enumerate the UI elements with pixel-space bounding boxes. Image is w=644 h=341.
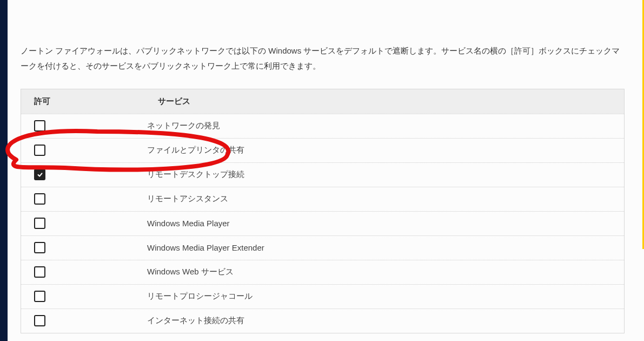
service-row: リモートデスクトップ接続 xyxy=(21,162,624,187)
allow-checkbox[interactable] xyxy=(34,120,45,132)
checkmark-icon xyxy=(37,172,43,178)
service-name: Windows Web サービス xyxy=(134,260,624,284)
allow-checkbox[interactable] xyxy=(34,266,45,278)
service-name: ファイルとプリンタの共有 xyxy=(134,139,624,162)
service-row: ネットワークの発見 xyxy=(21,114,624,138)
app-left-border xyxy=(0,0,8,341)
service-name: Windows Media Player xyxy=(134,212,624,235)
services-table: 許可 サービス ネットワークの発見 ファイルとプリンタの共有 xyxy=(21,89,625,333)
table-header-row: 許可 サービス xyxy=(21,89,624,114)
service-name: Windows Media Player Extender xyxy=(134,236,624,260)
service-row: Windows Media Player Extender xyxy=(21,235,624,260)
allow-checkbox[interactable] xyxy=(34,145,45,156)
service-row: Windows Media Player xyxy=(21,211,624,235)
service-name: ネットワークの発見 xyxy=(134,114,624,138)
allow-checkbox[interactable] xyxy=(34,315,45,326)
service-name: リモートアシスタンス xyxy=(134,187,624,211)
allow-checkbox[interactable] xyxy=(34,169,45,180)
service-row: ファイルとプリンタの共有 xyxy=(21,138,624,162)
allow-checkbox[interactable] xyxy=(34,193,45,205)
allow-checkbox[interactable] xyxy=(34,218,45,229)
service-name: インターネット接続の共有 xyxy=(134,309,624,333)
header-service: サービス xyxy=(145,89,624,114)
allow-checkbox[interactable] xyxy=(34,242,45,253)
allow-checkbox[interactable] xyxy=(34,291,45,302)
service-row: リモートプロシージャコール xyxy=(21,284,624,309)
service-row: Windows Web サービス xyxy=(21,260,624,284)
service-row: リモートアシスタンス xyxy=(21,187,624,211)
service-name: リモートデスクトップ接続 xyxy=(134,163,624,187)
service-name: リモートプロシージャコール xyxy=(134,285,624,309)
header-allow: 許可 xyxy=(21,89,145,114)
service-row: インターネット接続の共有 xyxy=(21,309,624,333)
description-text: ノートン ファイアウォールは、パブリックネットワークでは以下の Windows … xyxy=(21,43,623,74)
main-panel: ノートン ファイアウォールは、パブリックネットワークでは以下の Windows … xyxy=(0,0,644,333)
